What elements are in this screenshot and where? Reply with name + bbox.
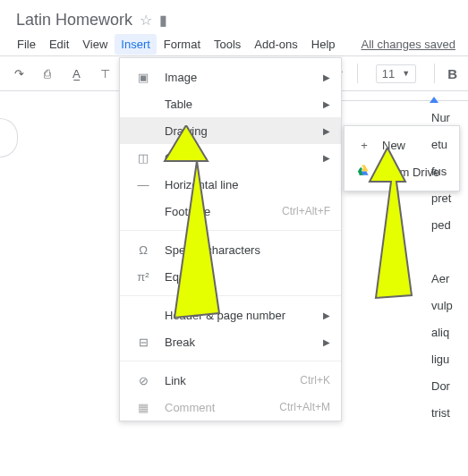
- document-body[interactable]: Nur etu fus pret ped Aer vulp aliq ligu …: [431, 105, 453, 427]
- break-icon: ⊟: [134, 336, 152, 349]
- insert-chart[interactable]: ◫Chart▶: [120, 144, 341, 171]
- chevron-right-icon: ▶: [323, 72, 330, 82]
- redo-icon[interactable]: ↷: [11, 67, 27, 81]
- dropdown-divider: [120, 295, 341, 296]
- menu-tools[interactable]: Tools: [208, 34, 247, 55]
- chart-icon: ◫: [134, 151, 152, 165]
- insert-table[interactable]: Table▶: [120, 90, 341, 117]
- menu-view[interactable]: View: [76, 34, 114, 55]
- changes-saved-link[interactable]: All changes saved: [361, 38, 457, 51]
- comment-icon: ▦: [134, 401, 152, 414]
- menu-insert[interactable]: Insert: [115, 34, 157, 55]
- menu-edit[interactable]: Edit: [43, 34, 75, 55]
- menu-bar: File Edit View Insert Format Tools Add-o…: [0, 32, 468, 55]
- font-size-value: 11: [382, 67, 395, 81]
- menu-help[interactable]: Help: [305, 34, 342, 55]
- drive-icon: [357, 165, 371, 180]
- outline-toggle[interactable]: [0, 118, 18, 157]
- chevron-right-icon: ▶: [323, 153, 330, 163]
- chevron-right-icon: ▶: [323, 99, 330, 109]
- folder-icon[interactable]: ▮: [159, 12, 167, 29]
- hline-icon: —: [134, 178, 152, 191]
- star-icon[interactable]: ☆: [140, 12, 152, 29]
- image-icon: ▣: [134, 71, 152, 84]
- link-icon: ⊘: [134, 374, 152, 387]
- print-icon[interactable]: ⎙: [39, 67, 55, 81]
- menu-format[interactable]: Format: [157, 34, 207, 55]
- insert-drawing[interactable]: Drawing▶: [120, 117, 341, 144]
- toolbar-divider: [434, 64, 435, 83]
- menu-file[interactable]: File: [11, 34, 42, 55]
- dropdown-divider: [120, 230, 341, 231]
- insert-special-chars[interactable]: ΩSpecial characters: [120, 236, 341, 263]
- font-size-input[interactable]: 11 ▼: [376, 64, 416, 83]
- plus-icon: +: [357, 139, 371, 152]
- insert-equation[interactable]: π²Equation: [120, 263, 341, 290]
- bold-button[interactable]: B: [447, 66, 457, 81]
- insert-hline[interactable]: —Horizontal line: [120, 171, 341, 198]
- chevron-right-icon: ▶: [323, 310, 330, 320]
- spellcheck-icon[interactable]: A̲: [68, 67, 84, 81]
- insert-break[interactable]: ⊟Break▶: [120, 328, 341, 355]
- doc-title[interactable]: Latin Homework: [16, 11, 132, 30]
- insert-comment: ▦CommentCtrl+Alt+M: [120, 394, 341, 421]
- indent-marker-icon[interactable]: [430, 97, 438, 103]
- chevron-right-icon: ▶: [323, 337, 330, 347]
- insert-header-page-num[interactable]: Header & page number▶: [120, 302, 341, 328]
- chevron-down-icon: ▼: [402, 69, 410, 78]
- equation-icon: π²: [134, 270, 152, 284]
- insert-dropdown: ▣Image▶ Table▶ Drawing▶ ◫Chart▶ —Horizon…: [119, 57, 342, 421]
- insert-image[interactable]: ▣Image▶: [120, 64, 341, 90]
- chevron-right-icon: ▶: [323, 126, 330, 136]
- dropdown-divider: [120, 361, 341, 361]
- ruler: [342, 92, 468, 101]
- toolbar-divider: [357, 64, 358, 83]
- omega-icon: Ω: [134, 243, 152, 257]
- paint-format-icon[interactable]: ⊤: [97, 67, 113, 81]
- insert-footnote[interactable]: FootnoteCtrl+Alt+F: [120, 198, 341, 225]
- menu-addons[interactable]: Add-ons: [248, 34, 303, 55]
- insert-link[interactable]: ⊘LinkCtrl+K: [120, 367, 341, 394]
